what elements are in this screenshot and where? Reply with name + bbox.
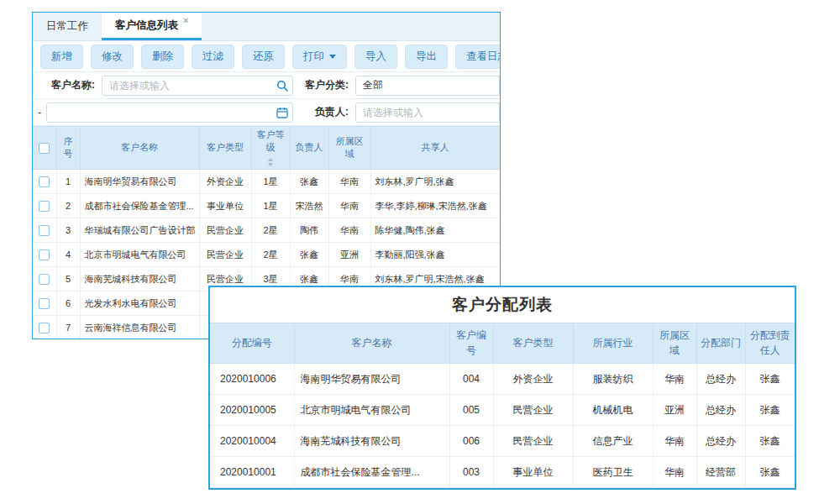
cell-customer-no: 005 xyxy=(449,395,493,426)
customer-name-label: 客户名称: xyxy=(51,78,95,92)
sort-icon[interactable] xyxy=(268,158,273,166)
cell-owner-link[interactable]: 陶伟 xyxy=(290,218,328,243)
customer-category-select[interactable] xyxy=(355,76,500,96)
cell-customer-name-link[interactable]: 海南明华贸易有限公司 xyxy=(294,364,449,395)
cell-customer-name-link[interactable]: 海南芜城科技有限公司 xyxy=(80,267,199,291)
cell-customer-name-link[interactable]: 北京市明城电气有限公司 xyxy=(80,243,199,267)
cell-alloc-no-link[interactable]: 2020010004 xyxy=(210,426,294,457)
owner-label: 负责人: xyxy=(293,105,349,119)
toolbar-button-add[interactable]: 新增 xyxy=(40,45,83,69)
customer-name-input[interactable] xyxy=(102,76,293,96)
customer-table-row[interactable]: 4 北京市明城电气有限公司 民营企业 2星 张鑫 亚洲 李勤丽,阳强,张鑫 xyxy=(33,243,500,267)
cell-customer-name-link[interactable]: 北京市明城电气有限公司 xyxy=(294,395,449,426)
allocation-table-row[interactable]: 2020010006 海南明华贸易有限公司 004 外资企业 服装纺织 华南 总… xyxy=(210,364,795,395)
cell-customer-level: 2星 xyxy=(251,243,290,267)
cell-customer-name-link[interactable]: 海南芜城科技有限公司 xyxy=(294,426,449,457)
dropdown-caret-icon xyxy=(329,55,336,59)
header-region: 所属区域 xyxy=(653,323,696,364)
row-checkbox[interactable] xyxy=(39,298,50,309)
toolbar-button-print[interactable]: 打印 xyxy=(292,45,347,69)
tab-customer-info-list[interactable]: 客户信息列表 × xyxy=(102,13,202,40)
cell-dept: 总经办 xyxy=(696,426,745,457)
row-checkbox[interactable] xyxy=(39,176,50,187)
cell-customer-name-link[interactable]: 华瑞城有限公司广告设计部 xyxy=(80,218,199,243)
cell-region: 亚洲 xyxy=(653,395,696,426)
cell-alloc-no-link[interactable]: 2020010001 xyxy=(210,457,294,488)
cell-dept: 总经办 xyxy=(696,395,745,426)
toolbar-button-import[interactable]: 导入 xyxy=(354,45,397,69)
cell-customer-no: 006 xyxy=(449,426,493,457)
allocation-table-header-row: 分配编号 客户名称 客户编号 客户类型 所属行业 所属区域 分配部门 分配到责任… xyxy=(210,323,795,364)
cell-shared: 刘东林,罗广明,张鑫 xyxy=(370,170,500,194)
cell-region: 亚洲 xyxy=(328,243,370,267)
row-checkbox[interactable] xyxy=(39,249,50,260)
tab-daily-work[interactable]: 日常工作 xyxy=(33,13,102,40)
cell-customer-type: 事业单位 xyxy=(199,194,251,218)
cell-owner-link[interactable]: 宋浩然 xyxy=(290,194,328,218)
allocation-table-row[interactable]: 2020010004 海南芜城科技有限公司 006 民营企业 信息产业 华南 总… xyxy=(210,426,795,457)
allocation-table-row[interactable]: 2020010005 北京市明城电气有限公司 005 民营企业 机械机电 亚洲 … xyxy=(210,395,795,426)
cell-customer-type: 事业单位 xyxy=(493,457,573,488)
cell-industry: 医药卫生 xyxy=(573,457,653,488)
filter-row-1: 客户名称: 客户分类: xyxy=(33,72,500,99)
cell-assignee-link[interactable]: 张鑫 xyxy=(745,457,795,488)
cell-assignee-link[interactable]: 张鑫 xyxy=(745,395,795,426)
search-icon[interactable] xyxy=(276,80,288,92)
cell-customer-no: 004 xyxy=(449,364,493,395)
cell-customer-name-link[interactable]: 海南明华贸易有限公司 xyxy=(80,170,199,194)
cell-customer-type: 民营企业 xyxy=(199,218,251,243)
cell-region: 华南 xyxy=(328,194,370,218)
toolbar-button-view-logs[interactable]: 查看日志 xyxy=(455,45,501,69)
header-customer-type: 客户类型 xyxy=(199,127,251,170)
cell-assignee-link[interactable]: 张鑫 xyxy=(745,426,795,457)
cell-region: 华南 xyxy=(328,218,370,243)
header-no: 序号 xyxy=(56,127,80,170)
customer-table-row[interactable]: 1 海南明华贸易有限公司 外资企业 1星 张鑫 华南 刘东林,罗广明,张鑫 xyxy=(33,170,500,194)
cell-customer-name-link[interactable]: 云南海祥信息有限公司 xyxy=(80,316,199,339)
cell-customer-level: 1星 xyxy=(251,170,290,194)
cell-dept: 总经办 xyxy=(696,364,745,395)
cell-industry: 服装纺织 xyxy=(573,364,653,395)
owner-input[interactable] xyxy=(355,102,500,123)
calendar-icon[interactable] xyxy=(276,107,288,118)
cell-customer-no: 003 xyxy=(449,457,493,488)
row-checkbox[interactable] xyxy=(39,323,50,333)
close-icon[interactable]: × xyxy=(183,16,188,25)
customer-table-row[interactable]: 2 成都市社会保险基金管理... 事业单位 1星 宋浩然 华南 李华,李婷,柳琳… xyxy=(33,194,500,218)
customer-table-row[interactable]: 3 华瑞城有限公司广告设计部 民营企业 2星 陶伟 华南 陈华健,陶伟,张鑫 xyxy=(33,218,500,243)
header-owner: 负责人 xyxy=(290,127,328,170)
cell-no: 7 xyxy=(56,316,80,339)
date-input[interactable] xyxy=(46,102,293,123)
row-checkbox[interactable] xyxy=(39,274,50,285)
header-dept: 分配部门 xyxy=(696,323,745,364)
tab-label: 日常工作 xyxy=(46,19,88,34)
row-checkbox[interactable] xyxy=(39,225,50,236)
toolbar-button-filter[interactable]: 过滤 xyxy=(192,45,234,69)
toolbar: 新增修改删除过滤还原打印导入导出查看日志 xyxy=(33,41,500,72)
cell-owner-link[interactable]: 张鑫 xyxy=(290,243,328,267)
cell-customer-name-link[interactable]: 光发水利水电有限公司 xyxy=(80,291,199,316)
cell-customer-name-link[interactable]: 成都市社会保险基金管理... xyxy=(294,457,449,488)
cell-alloc-no-link[interactable]: 2020010006 xyxy=(210,364,294,395)
customer-category-label: 客户分类: xyxy=(293,78,349,92)
row-checkbox[interactable] xyxy=(39,201,50,212)
cell-no: 1 xyxy=(56,170,80,194)
select-all-checkbox[interactable] xyxy=(39,143,50,154)
toolbar-button-restore[interactable]: 还原 xyxy=(242,45,285,69)
cell-industry: 信息产业 xyxy=(573,426,653,457)
cell-alloc-no-link[interactable]: 2020010005 xyxy=(210,395,294,426)
cell-owner-link[interactable]: 张鑫 xyxy=(290,170,328,194)
cell-customer-name-link[interactable]: 成都市社会保险基金管理... xyxy=(80,194,199,218)
cell-customer-type: 民营企业 xyxy=(199,243,251,267)
header-customer-no: 客户编号 xyxy=(449,323,493,364)
toolbar-button-delete[interactable]: 删除 xyxy=(141,45,184,69)
cell-no: 3 xyxy=(56,218,80,243)
toolbar-button-export[interactable]: 导出 xyxy=(405,45,448,69)
header-assignee: 分配到责任人 xyxy=(745,323,795,364)
cell-customer-level: 2星 xyxy=(251,218,290,243)
allocation-table-row[interactable]: 2020010001 成都市社会保险基金管理... 003 事业单位 医药卫生 … xyxy=(210,457,795,488)
cell-assignee-link[interactable]: 张鑫 xyxy=(745,364,795,395)
toolbar-button-edit[interactable]: 修改 xyxy=(91,45,134,69)
header-customer-level[interactable]: 客户等级 xyxy=(251,127,290,170)
cell-shared: 李华,李婷,柳琳,宋浩然,张鑫 xyxy=(370,194,500,218)
